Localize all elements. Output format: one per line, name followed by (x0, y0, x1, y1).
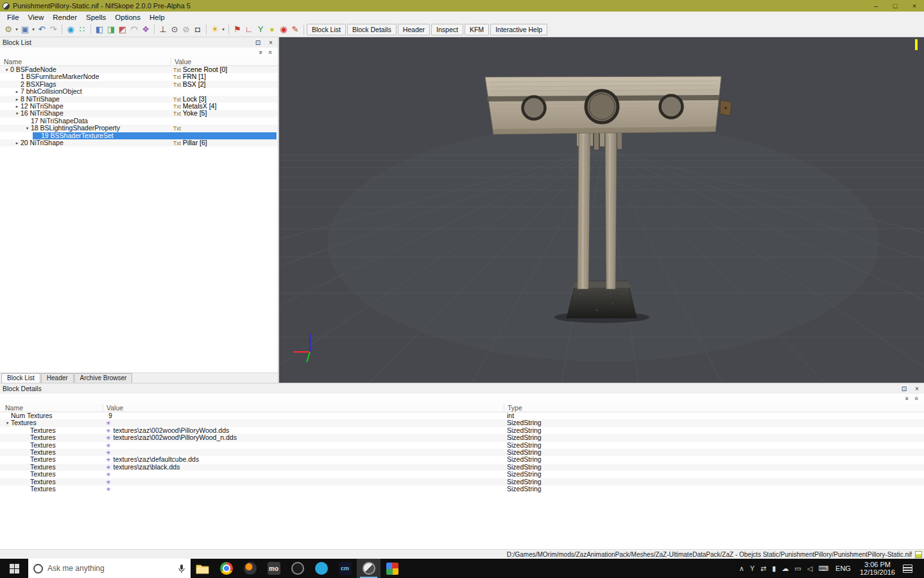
search-input[interactable] (47, 564, 173, 573)
tab-header[interactable]: Header (41, 373, 74, 383)
tree-row-nitrishape-pillar[interactable]: ▸20 NiTriShape TxtPillar [6] (0, 139, 278, 146)
toolbar-button-interactive-help[interactable]: Interactive Help (490, 24, 547, 35)
caret-down-icon[interactable]: ▾ (14, 23, 19, 36)
show-icon[interactable]: ⊙ (169, 23, 180, 36)
taskbar-app-file-explorer[interactable] (191, 559, 214, 578)
detail-row-texture-slot[interactable]: Textures ✳textures\zaz\002wood\PilloryWo… (0, 434, 924, 441)
circle-marker-icon[interactable]: ● (266, 23, 278, 36)
load-icon[interactable]: ⚙ (3, 23, 14, 36)
close-button[interactable]: × (905, 0, 924, 12)
toolbar-button-inspect[interactable]: Inspect (431, 24, 463, 35)
column-name[interactable]: Name (4, 58, 22, 66)
expander-icon[interactable]: ▸ (13, 88, 21, 96)
sync-icon[interactable]: ⇄ (760, 565, 766, 573)
close-panel-icon[interactable]: × (912, 385, 921, 392)
column-type[interactable]: Type (508, 404, 522, 412)
detail-row-texture-slot[interactable]: Textures ✳ SizedString (0, 486, 924, 493)
tree-row-bhkcollisionobject[interactable]: ▸7 bhkCollisionObject (0, 88, 278, 95)
menu-options[interactable]: Options (110, 13, 145, 21)
taskbar-app-photos[interactable] (381, 559, 404, 578)
menu-render[interactable]: Render (48, 13, 81, 21)
flag-icon[interactable]: ⚑ (232, 23, 243, 36)
panel-green-icon[interactable]: ◨ (105, 23, 117, 36)
taskbar-app-mod-organizer[interactable]: mo (262, 559, 286, 578)
panel-red-icon[interactable]: ◩ (117, 23, 128, 36)
save-icon[interactable]: ▣ (19, 23, 31, 36)
taskbar-app-browser[interactable] (238, 559, 262, 578)
tree-row-bslightingshaderproperty[interactable]: ▾18 BSLightingShaderProperty Txt (0, 125, 278, 132)
paint-icon[interactable]: ✎ (289, 23, 301, 36)
microphone-icon[interactable] (178, 564, 185, 574)
detail-row-texture-slot[interactable]: Textures ✳textures\zaz\black.dds SizedSt… (0, 464, 924, 471)
close-panel-icon[interactable]: × (266, 39, 275, 46)
battery-icon[interactable]: ▮ (772, 565, 776, 573)
float-panel-icon[interactable]: ⊡ (900, 385, 909, 392)
taskbar-app-chrome[interactable] (214, 559, 238, 578)
float-panel-icon[interactable]: ⊡ (253, 39, 262, 46)
expander-icon[interactable]: ▾ (13, 110, 21, 118)
undo-icon[interactable]: ↶ (36, 23, 47, 36)
redo-icon[interactable]: ↷ (47, 23, 59, 36)
start-button[interactable] (0, 559, 28, 578)
menu-spells[interactable]: Spells (81, 13, 110, 21)
texture-icon[interactable]: ❖ (140, 23, 151, 36)
expander-icon[interactable]: ▸ (13, 103, 21, 110)
touch-keyboard-icon[interactable]: ⌨ (818, 565, 828, 573)
onedrive-icon[interactable]: ☁ (782, 565, 789, 573)
column-value[interactable]: Value (107, 404, 123, 412)
menu-view[interactable]: View (24, 13, 49, 21)
collapse-all-icon[interactable]: « (914, 397, 921, 401)
menu-file[interactable]: File (3, 13, 24, 21)
lighting-icon[interactable]: ☀ (209, 23, 221, 36)
viewport-canvas[interactable] (279, 37, 924, 383)
vertex-icon[interactable]: ⊥ (157, 23, 169, 36)
dots-grid-icon[interactable]: ∷ (76, 23, 88, 36)
furniture-marker-icon[interactable]: Y (255, 23, 266, 36)
tab-archive-browser[interactable]: Archive Browser (74, 373, 133, 383)
axes-icon[interactable]: ∟ (243, 23, 255, 36)
minimize-button[interactable]: – (866, 0, 886, 12)
action-center-icon[interactable] (903, 565, 912, 573)
taskbar-search[interactable] (28, 559, 191, 578)
expander-icon[interactable]: ▸ (13, 96, 21, 103)
taskbar-app-terminal[interactable]: cm (333, 559, 357, 578)
arc-icon[interactable]: ◠ (128, 23, 140, 36)
render-view-icon[interactable]: ◉ (65, 23, 76, 36)
caret-down-icon[interactable]: ▾ (221, 23, 226, 36)
expander-icon[interactable]: ▾ (24, 125, 31, 132)
viewport-3d[interactable] (279, 37, 924, 383)
caret-down-icon[interactable]: ▾ (31, 23, 36, 36)
expander-icon[interactable]: ▾ (4, 419, 11, 427)
detail-row-texture-slot[interactable]: Textures ✳ SizedString (0, 471, 924, 478)
toolbar-button-block-list[interactable]: Block List (307, 24, 346, 35)
panel-blue-icon[interactable]: ◧ (94, 23, 105, 36)
detail-row-texture-slot[interactable]: Textures ✳ SizedString (0, 442, 924, 449)
volume-icon[interactable]: ◁ (807, 565, 812, 573)
tab-block-list[interactable]: Block List (1, 373, 40, 383)
toolbar-button-kfm[interactable]: KFM (465, 24, 489, 35)
expand-all-icon[interactable]: » (257, 51, 264, 55)
detail-row-texture-slot[interactable]: Textures ✳ SizedString (0, 478, 924, 486)
maximize-button[interactable]: □ (886, 0, 905, 12)
display-icon[interactable]: ▭ (794, 565, 801, 573)
column-name[interactable]: Name (5, 404, 23, 412)
pin-icon[interactable]: ◉ (278, 23, 289, 36)
column-value[interactable]: Value (175, 58, 191, 66)
taskbar-app-media-player[interactable] (286, 559, 309, 578)
language-indicator[interactable]: ENG (834, 565, 852, 572)
screenshot-icon[interactable]: ◘ (192, 23, 203, 36)
pen-icon[interactable]: Y (750, 565, 755, 572)
toolbar-button-header[interactable]: Header (398, 24, 430, 35)
detail-row-num-textures[interactable]: Num Textures 9 int (0, 412, 924, 419)
hidden-icons-chevron-icon[interactable]: ∧ (739, 565, 744, 573)
expander-icon[interactable]: ▾ (3, 66, 10, 74)
collapse-all-icon[interactable]: « (268, 51, 275, 55)
taskbar-app-nifskope-active[interactable] (357, 559, 381, 578)
taskbar-clock[interactable]: 3:06 PM 12/19/2016 (858, 561, 897, 576)
hide-icon[interactable]: ⊘ (180, 23, 192, 36)
expand-all-icon[interactable]: » (903, 397, 911, 401)
menu-help[interactable]: Help (145, 13, 169, 21)
toolbar-button-block-details[interactable]: Block Details (347, 24, 397, 35)
taskbar-app-messaging[interactable] (309, 559, 333, 578)
expander-icon[interactable]: ▸ (13, 139, 21, 147)
